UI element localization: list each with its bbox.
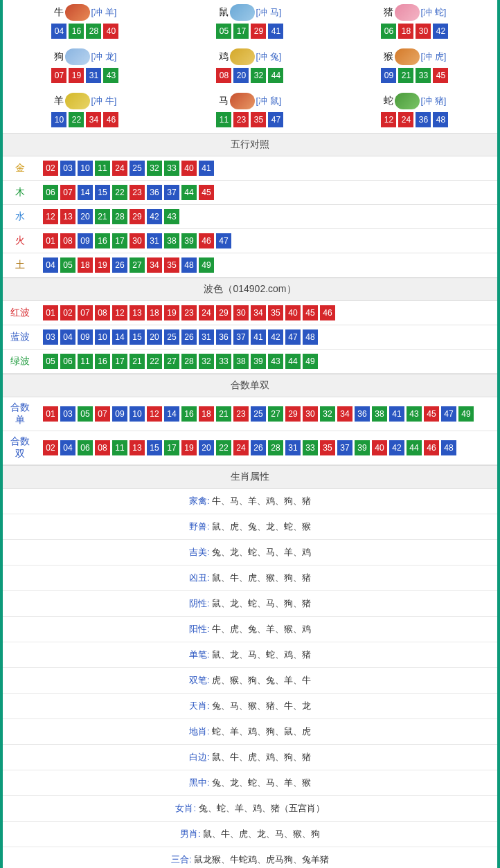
number-box: 04 <box>43 257 58 273</box>
row-numbers: 05061116172122272832333839434449 <box>37 350 497 374</box>
zodiac-clash: [冲 兔] <box>256 51 282 63</box>
zodiac-clash: [冲 龙] <box>91 51 117 63</box>
number-box: 04 <box>51 24 66 39</box>
table-row: 水1213202128294243 <box>3 205 497 229</box>
attribute-key: 三合: <box>171 854 194 865</box>
number-box: 02 <box>60 305 75 320</box>
number-box: 10 <box>51 112 66 127</box>
number-box: 44 <box>407 440 422 455</box>
row-numbers: 04051819262734354849 <box>37 253 497 278</box>
number-box: 40 <box>103 24 118 39</box>
attribute-key: 阴性: <box>189 598 212 608</box>
zodiac-numbers: 04162840 <box>3 24 168 39</box>
zodiac-name: 蛇 <box>384 95 393 107</box>
number-box: 46 <box>424 440 439 455</box>
attribute-value: 兔、龙、蛇、马、羊、鸡 <box>212 547 311 557</box>
number-box: 11 <box>78 354 93 369</box>
number-box: 21 <box>398 68 413 83</box>
zodiac-cell: 猴[冲 虎]09213345 <box>332 44 497 89</box>
zodiac-cell: 牛[冲 羊]04162840 <box>3 0 168 44</box>
row-label: 蓝波 <box>3 325 37 350</box>
number-box: 29 <box>251 24 266 39</box>
number-box: 07 <box>78 305 93 320</box>
row-numbers: 1213202128294243 <box>37 205 497 229</box>
section-header-shengxiao: 生肖属性 <box>3 465 497 489</box>
zodiac-clash: [冲 猪] <box>421 95 447 107</box>
number-box: 04 <box>60 440 75 455</box>
number-box: 08 <box>216 68 231 83</box>
attribute-key: 家禽: <box>189 496 212 506</box>
number-box: 36 <box>147 185 162 200</box>
zodiac-cell: 狗[冲 龙]07193143 <box>3 44 168 89</box>
table-row: 蓝波03040910141520252631363741424748 <box>3 325 497 350</box>
row-label: 绿波 <box>3 350 37 374</box>
number-box: 48 <box>303 329 318 345</box>
number-box: 31 <box>285 440 301 455</box>
number-box: 18 <box>398 24 413 39</box>
row-numbers: 0103050709101214161821232527293032343638… <box>37 397 497 431</box>
number-box: 26 <box>251 440 266 455</box>
number-box: 17 <box>164 440 179 455</box>
number-box: 16 <box>95 233 110 248</box>
attribute-row: 三合: 鼠龙猴、牛蛇鸡、虎马狗、兔羊猪 <box>3 847 497 868</box>
zodiac-cell: 蛇[冲 猪]12243648 <box>332 89 497 133</box>
number-box: 15 <box>95 185 110 200</box>
number-box: 30 <box>416 24 431 39</box>
number-box: 33 <box>416 68 431 83</box>
zodiac-cell: 鸡[冲 兔]08203244 <box>168 44 332 89</box>
number-box: 10 <box>78 161 93 176</box>
number-box: 30 <box>130 233 145 248</box>
number-box: 44 <box>285 354 301 369</box>
number-box: 24 <box>112 161 127 176</box>
number-box: 06 <box>381 24 396 39</box>
zodiac-clash: [冲 虎] <box>421 51 447 63</box>
number-box: 06 <box>78 440 93 455</box>
number-box: 35 <box>251 112 266 127</box>
number-box: 14 <box>164 406 179 422</box>
number-box: 07 <box>51 68 66 83</box>
number-box: 13 <box>130 440 145 455</box>
number-box: 48 <box>181 257 197 273</box>
number-box: 36 <box>355 406 370 422</box>
attribute-value: 鼠、牛、虎、猴、狗、猪 <box>212 572 311 583</box>
attribute-row: 女肖: 兔、蛇、羊、鸡、猪（五宫肖） <box>3 796 497 822</box>
number-box: 12 <box>112 305 127 320</box>
number-box: 17 <box>112 233 127 248</box>
number-box: 28 <box>268 440 283 455</box>
attribute-key: 凶丑: <box>189 572 212 583</box>
attribute-key: 白边: <box>189 752 212 762</box>
number-box: 10 <box>95 329 110 345</box>
attribute-row: 地肖: 蛇、羊、鸡、狗、鼠、虎 <box>3 719 497 745</box>
table-row: 木06071415222336374445 <box>3 181 497 205</box>
number-box: 47 <box>285 329 301 345</box>
number-box: 08 <box>95 305 110 320</box>
number-box: 27 <box>268 406 283 422</box>
number-box: 15 <box>130 329 145 345</box>
zodiac-numbers: 05172941 <box>168 24 332 39</box>
zodiac-name: 鼠 <box>219 6 229 19</box>
number-box: 23 <box>181 305 197 320</box>
number-box: 05 <box>78 406 93 422</box>
number-box: 06 <box>43 185 58 200</box>
row-numbers: 0108091617303138394647 <box>37 229 497 253</box>
number-box: 08 <box>95 440 110 455</box>
attribute-row: 男肖: 鼠、牛、虎、龙、马、猴、狗 <box>3 822 497 847</box>
number-box: 45 <box>199 185 214 200</box>
zodiac-icon <box>65 93 90 109</box>
number-box: 28 <box>86 24 101 39</box>
number-box: 20 <box>199 440 214 455</box>
row-numbers: 03040910141520252631363741424748 <box>37 325 497 350</box>
number-box: 46 <box>199 233 214 248</box>
attribute-value: 牛、虎、兔、羊、猴、鸡 <box>212 624 311 634</box>
number-box: 33 <box>303 440 318 455</box>
zodiac-name: 猴 <box>384 51 393 63</box>
page-container: 牛[冲 羊]04162840鼠[冲 马]05172941猪[冲 蛇]061830… <box>0 0 500 868</box>
number-box: 02 <box>43 161 58 176</box>
number-box: 47 <box>268 112 283 127</box>
number-box: 39 <box>181 233 197 248</box>
zodiac-numbers: 11233547 <box>168 112 332 127</box>
number-box: 32 <box>147 161 162 176</box>
row-label: 火 <box>3 229 37 253</box>
number-box: 14 <box>112 329 127 345</box>
number-box: 22 <box>216 440 231 455</box>
